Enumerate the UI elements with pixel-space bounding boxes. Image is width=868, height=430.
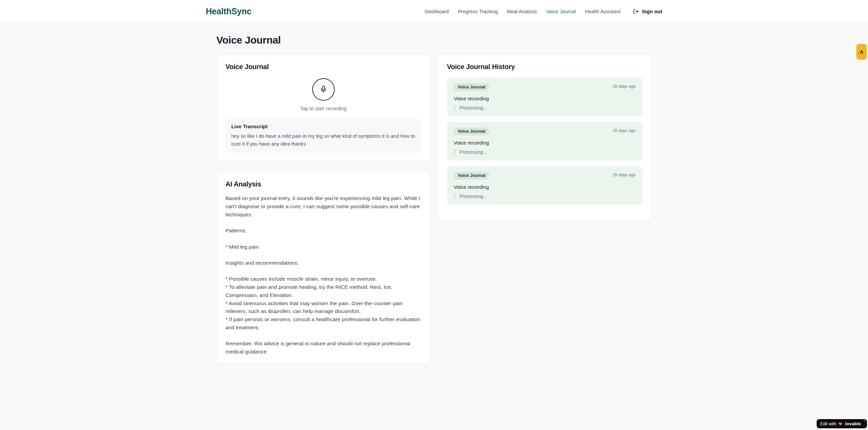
entry-type-badge: Voice Journal — [454, 172, 489, 180]
lovable-wordmark: lovable — [845, 421, 861, 426]
live-transcript-text: hey so like I do have a mild pain in my … — [231, 132, 415, 148]
nav-link-meal-analysis[interactable]: Meal Analysis — [507, 9, 537, 14]
sign-out-button[interactable]: Sign out — [633, 9, 662, 14]
history-list: Voice Journal 15 days ago Voice recordin… — [447, 78, 642, 205]
recorder-card-title: Voice Journal — [226, 63, 421, 71]
main-nav: Dashboard Progress Tracking Meal Analysi… — [425, 9, 663, 14]
entry-timestamp: 15 days ago — [613, 128, 636, 133]
history-entry: Voice Journal 15 days ago Voice recordin… — [447, 166, 642, 205]
voice-recorder-card: Voice Journal Tap to start rec — [216, 54, 430, 162]
history-entry: Voice Journal 15 days ago Voice recordin… — [447, 122, 642, 161]
heart-icon — [838, 421, 843, 426]
nav-link-health-assistant[interactable]: Health Assistant — [585, 9, 620, 14]
app-logo[interactable]: HealthSync — [206, 6, 251, 16]
entry-timestamp: 15 days ago — [613, 172, 636, 177]
nav-link-voice-journal[interactable]: Voice Journal — [546, 9, 576, 14]
extension-logo-icon: Λ — [860, 49, 863, 55]
side-extension-tab[interactable]: Λ — [856, 44, 867, 60]
live-transcript-box: Live Transcript hey so like I do have a … — [226, 118, 421, 153]
history-card-title: Voice Journal History — [447, 63, 642, 71]
edit-with-lovable-badge[interactable]: Edit with lovable × — [817, 419, 867, 428]
voice-journal-history-card: Voice Journal History Voice Journal 15 d… — [438, 54, 652, 221]
entry-title: Voice recording — [454, 96, 636, 101]
entry-status: Processing... — [454, 194, 636, 199]
ai-analysis-title: AI Analysis — [226, 180, 421, 188]
entry-title: Voice recording — [454, 140, 636, 146]
entry-status: Processing... — [454, 105, 636, 111]
entry-timestamp: 15 days ago — [613, 83, 636, 89]
history-entry: Voice Journal 15 days ago Voice recordin… — [447, 78, 642, 116]
nav-link-progress-tracking[interactable]: Progress Tracking — [458, 9, 498, 14]
entry-title: Voice recording — [454, 184, 636, 190]
entry-status: Processing... — [454, 149, 636, 155]
app-viewport: HealthSync Dashboard Progress Tracking M… — [0, 0, 868, 430]
microphone-icon — [320, 85, 327, 94]
log-out-icon — [633, 9, 639, 14]
entry-type-badge: Voice Journal — [454, 128, 489, 135]
page-title: Voice Journal — [216, 34, 652, 46]
ai-analysis-card: AI Analysis Based on your journal entry,… — [216, 172, 430, 364]
live-transcript-title: Live Transcript — [231, 123, 415, 129]
sign-out-label: Sign out — [642, 9, 662, 14]
main-content: Voice Journal Voice Journal — [216, 23, 652, 364]
entry-type-badge: Voice Journal — [454, 83, 489, 91]
ai-analysis-body: Based on your journal entry, it sounds l… — [226, 194, 421, 355]
record-hint: Tap to start recording — [300, 106, 346, 111]
close-icon[interactable]: × — [864, 419, 866, 423]
top-navbar: HealthSync Dashboard Progress Tracking M… — [0, 0, 868, 23]
nav-link-dashboard[interactable]: Dashboard — [425, 9, 449, 14]
record-button[interactable] — [312, 78, 335, 101]
edit-badge-prefix: Edit with — [820, 421, 836, 426]
